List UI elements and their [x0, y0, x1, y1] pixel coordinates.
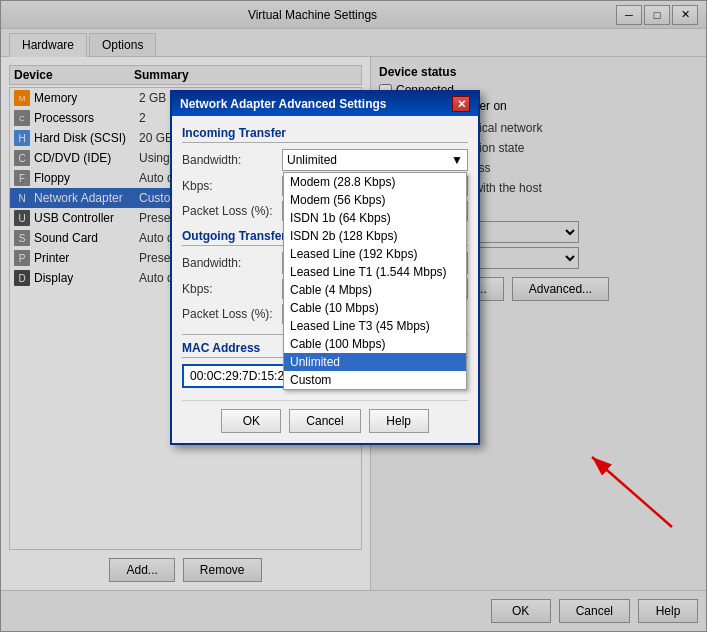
dropdown-item[interactable]: Custom [284, 371, 466, 389]
packet-loss-in-label: Packet Loss (%): [182, 204, 282, 218]
dropdown-item[interactable]: Modem (28.8 Kbps) [284, 173, 466, 191]
dialog-title-bar: Network Adapter Advanced Settings ✕ [172, 92, 478, 116]
bandwidth-row: Bandwidth: Unlimited ▼ Modem (28.8 Kbps)… [182, 149, 468, 171]
dropdown-item[interactable]: Cable (4 Mbps) [284, 281, 466, 299]
dropdown-item[interactable]: Cable (100 Mbps) [284, 335, 466, 353]
dialog-cancel-button[interactable]: Cancel [289, 409, 360, 433]
dropdown-item[interactable]: Modem (56 Kbps) [284, 191, 466, 209]
dropdown-item[interactable]: ISDN 1b (64 Kbps) [284, 209, 466, 227]
bandwidth-arrow-icon: ▼ [451, 153, 463, 167]
dialog-body: Incoming Transfer Bandwidth: Unlimited ▼… [172, 116, 478, 443]
dropdown-item[interactable]: ISDN 2b (128 Kbps) [284, 227, 466, 245]
dropdown-item[interactable]: Unlimited [284, 353, 466, 371]
dropdown-item[interactable]: Leased Line T1 (1.544 Mbps) [284, 263, 466, 281]
bandwidth-dropdown: Modem (28.8 Kbps)Modem (56 Kbps)ISDN 1b … [283, 172, 467, 390]
bandwidth-combo[interactable]: Unlimited ▼ Modem (28.8 Kbps)Modem (56 K… [282, 149, 468, 171]
dropdown-item[interactable]: Leased Line T3 (45 Mbps) [284, 317, 466, 335]
kbps-label: Kbps: [182, 179, 282, 193]
out-packet-loss-label: Packet Loss (%): [182, 307, 282, 321]
bandwidth-label: Bandwidth: [182, 153, 282, 167]
dialog-close-button[interactable]: ✕ [452, 96, 470, 112]
dialog-help-button[interactable]: Help [369, 409, 429, 433]
out-bandwidth-label: Bandwidth: [182, 256, 282, 270]
dropdown-item[interactable]: Leased Line (192 Kbps) [284, 245, 466, 263]
dialog-ok-button[interactable]: OK [221, 409, 281, 433]
incoming-section-label: Incoming Transfer [182, 126, 468, 143]
dropdown-item[interactable]: Cable (10 Mbps) [284, 299, 466, 317]
bandwidth-value: Unlimited [287, 153, 337, 167]
network-adapter-dialog: Network Adapter Advanced Settings ✕ Inco… [170, 90, 480, 445]
dialog-title: Network Adapter Advanced Settings [180, 97, 386, 111]
dialog-buttons: OK Cancel Help [182, 400, 468, 433]
out-kbps-label: Kbps: [182, 282, 282, 296]
